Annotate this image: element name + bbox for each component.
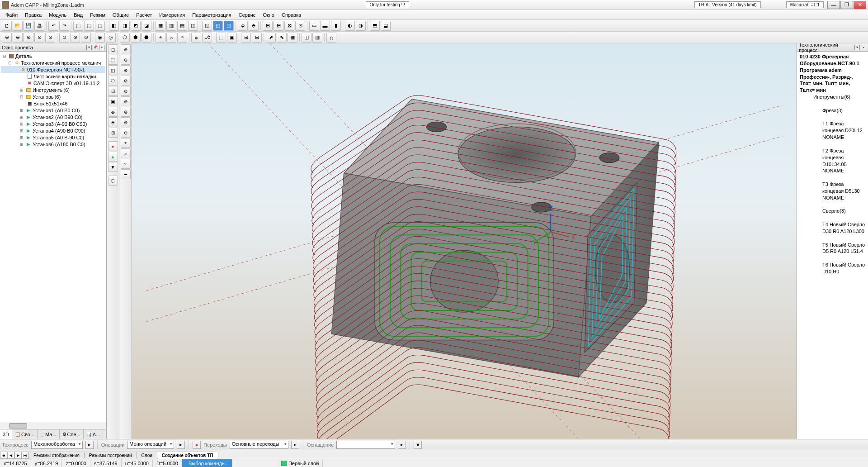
tree-item[interactable]: ⊞▶Установ6 (A180 B0 C0): [1, 141, 105, 148]
tree-item[interactable]: ⊞▶Установ3 (A-90 B0 C90): [1, 120, 105, 127]
tree-item[interactable]: Лист эскиза карты наладки: [1, 73, 105, 80]
minimize-button[interactable]: —: [827, 1, 840, 9]
tree-item[interactable]: ⊞▶Установ4 (A90 B0 C90): [1, 127, 105, 134]
vtool-6[interactable]: ▣: [108, 96, 118, 106]
menu-mode[interactable]: Режим: [86, 11, 109, 19]
tool-s26[interactable]: ◫: [302, 33, 311, 43]
tool-s13[interactable]: ⬣: [142, 33, 151, 43]
tool-s1[interactable]: ⊕: [2, 33, 12, 43]
vtool2-1[interactable]: ⊕: [121, 44, 131, 54]
new-button[interactable]: 🗋: [2, 21, 12, 31]
menu-measure[interactable]: Измерения: [156, 11, 189, 19]
tool-s14[interactable]: ⌖: [156, 33, 165, 43]
menu-module[interactable]: Модуль: [45, 11, 70, 19]
maximize-button[interactable]: ❐: [840, 1, 853, 9]
tool-c3[interactable]: ▤: [177, 21, 187, 31]
tool-s28[interactable]: ⎌: [326, 33, 336, 43]
vtool-1[interactable]: ◻: [108, 44, 118, 54]
panel-min-button[interactable]: 📌: [93, 45, 98, 50]
equipment-combo[interactable]: [336, 441, 395, 449]
tree-item[interactable]: ⊞▶Установ2 (A0 B90 C0): [1, 114, 105, 120]
tool-s22[interactable]: ⊟: [252, 33, 262, 43]
status-layer[interactable]: Первый слой: [278, 459, 323, 467]
vtool2-10[interactable]: ⌖: [121, 138, 131, 148]
tool-c1[interactable]: ▦: [156, 21, 165, 31]
tool-b3[interactable]: ◩: [131, 21, 141, 31]
tool-d1[interactable]: ◱: [202, 21, 212, 31]
menu-calc[interactable]: Расчет: [132, 11, 156, 19]
vtool-9[interactable]: ⊞: [108, 128, 118, 138]
close-button[interactable]: ✕: [854, 1, 866, 9]
tree-item[interactable]: ⊞▶Установ5 (A0 B-90 C0): [1, 134, 105, 141]
techprocess-combo[interactable]: Механообработка: [31, 441, 83, 449]
tool-s7[interactable]: ⊛: [70, 33, 80, 43]
tool-s27[interactable]: ▥: [312, 33, 322, 43]
equipment-add-button[interactable]: ▸: [398, 441, 406, 449]
vtool2-9[interactable]: ⊝: [121, 128, 131, 138]
tool-i2[interactable]: ⬓: [381, 21, 391, 31]
techprocess-add-button[interactable]: ▸: [85, 441, 94, 449]
tool-c4[interactable]: ◫: [188, 21, 198, 31]
save-button[interactable]: 💾: [24, 21, 33, 31]
vtool-8[interactable]: ⬘: [108, 117, 118, 127]
tool-f4[interactable]: ⊡: [295, 21, 305, 31]
panel-pin-button[interactable]: ▾: [854, 45, 860, 50]
tool-b2[interactable]: ◨: [120, 21, 130, 31]
menu-file[interactable]: Файл: [2, 11, 21, 19]
tool-s24[interactable]: ⬉: [277, 33, 287, 43]
operations-combo[interactable]: Меню операций: [127, 441, 174, 449]
menu-help[interactable]: Справка: [278, 11, 305, 19]
tool-s23[interactable]: ⬈: [266, 33, 276, 43]
menu-window[interactable]: Окно: [259, 11, 278, 19]
menu-service[interactable]: Сервис: [235, 11, 259, 19]
tool-g3[interactable]: ▮: [331, 21, 341, 31]
tool-s16[interactable]: ⌔: [177, 33, 187, 43]
vtool2-8[interactable]: ⊜: [121, 117, 131, 127]
tool-s19[interactable]: ⬚: [216, 33, 226, 43]
left-tab-a[interactable]: 📊А...: [84, 429, 104, 439]
vtool-10[interactable]: ▼: [108, 162, 118, 172]
tool-g2[interactable]: ▬: [320, 21, 330, 31]
tree-item[interactable]: ✖САМ Эксперт 3D v01.19.11.2: [1, 80, 105, 86]
vtool-record[interactable]: ●: [108, 141, 118, 151]
tree-item[interactable]: ⊞Инструменты(6): [1, 86, 105, 93]
panel-close-button[interactable]: ×: [861, 45, 866, 50]
tool-s9[interactable]: ◉: [95, 33, 105, 43]
vtool2-6[interactable]: ⊚: [121, 96, 131, 106]
tool-s12[interactable]: ⬢: [131, 33, 141, 43]
vtool2-11[interactable]: ⌕: [121, 148, 131, 158]
tool-h2[interactable]: ◑: [356, 21, 366, 31]
tab-display-modes[interactable]: Режимы отображения: [28, 452, 85, 459]
vtool-4[interactable]: ⎔: [108, 76, 118, 86]
tool-e1[interactable]: ⬙: [238, 21, 248, 31]
tree-operation[interactable]: ⚙ 010 Фрезерная NCT-90-1: [1, 66, 105, 73]
menu-param[interactable]: Параметризация: [189, 11, 235, 19]
vtool2-3[interactable]: ⊗: [121, 65, 131, 75]
tree-root[interactable]: ⊟ Деталь: [1, 52, 105, 59]
left-tab-spec[interactable]: ⚙Спе...: [60, 429, 84, 439]
tree-hscroll[interactable]: [0, 422, 106, 429]
tool-s18[interactable]: ⎇: [202, 33, 212, 43]
tree-item[interactable]: ⊞▶Установ1 (A0 B0 C0): [1, 107, 105, 114]
tab-create-objects[interactable]: Создание объектов ТП: [157, 452, 218, 459]
tool-b1[interactable]: ◧: [109, 21, 119, 31]
tool-g1[interactable]: ▭: [309, 21, 319, 31]
tool-c2[interactable]: ▥: [166, 21, 176, 31]
tab-nav-next[interactable]: ▶: [14, 452, 22, 459]
vtool-play[interactable]: ▲: [108, 152, 118, 162]
tool-s20[interactable]: ▣: [227, 33, 237, 43]
process-content[interactable]: 010 4230 Фрезерная Оборудование-NCT-90-1…: [797, 52, 868, 439]
tab-nav-prev[interactable]: ◀: [7, 452, 14, 459]
vtool-3[interactable]: ◫: [108, 65, 118, 75]
tool-s3[interactable]: ⊗: [24, 33, 33, 43]
tool-s5[interactable]: ⊙: [45, 33, 55, 43]
tool-e2[interactable]: ⬘: [249, 21, 259, 31]
tool-a2[interactable]: ⬚: [84, 21, 94, 31]
tool-s2[interactable]: ⊖: [13, 33, 23, 43]
tool-f2[interactable]: ⊟: [274, 21, 283, 31]
tool-s21[interactable]: ⊞: [241, 33, 251, 43]
vtool-2[interactable]: ⬚: [108, 55, 118, 65]
vtool2-12[interactable]: ⌔: [121, 159, 131, 169]
tab-build-modes[interactable]: Режимы построений: [84, 452, 137, 459]
tool-s15[interactable]: ⌕: [166, 33, 176, 43]
